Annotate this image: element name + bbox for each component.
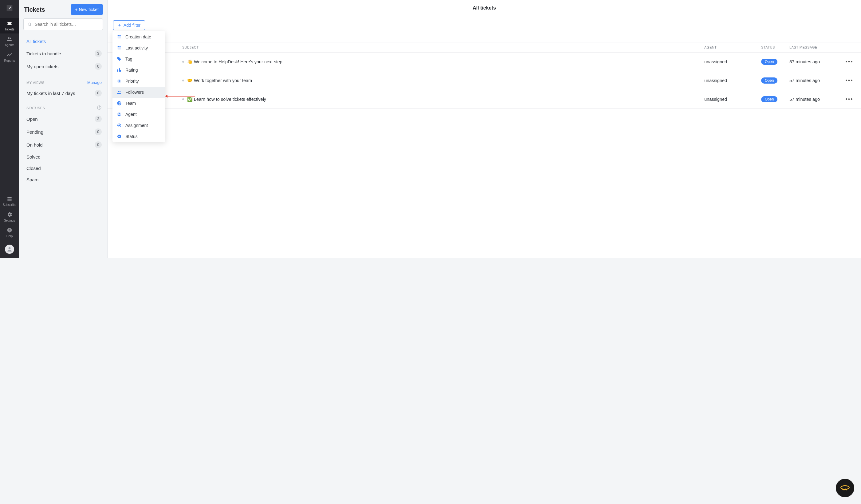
last-message-cell: 57 minutes ago [789, 97, 843, 102]
sidebar-item-label: On hold [26, 142, 43, 148]
sidebar-item-label: Pending [26, 130, 43, 135]
add-filter-button[interactable]: Add filter [113, 20, 145, 30]
svg-point-0 [8, 37, 10, 39]
svg-point-24 [120, 91, 121, 92]
filter-option-label: Last activity [125, 45, 148, 51]
col-status: STATUS [761, 45, 789, 49]
sidebar-status-item[interactable]: On hold0 [19, 138, 107, 151]
sidebar-item-all-tickets[interactable]: All tickets [19, 36, 107, 47]
count-badge: 3 [95, 115, 102, 122]
app-root: Tickets Agents Reports Subscribe Setting… [0, 0, 861, 258]
filter-option-label: Tag [125, 56, 133, 62]
plus-icon [118, 23, 121, 27]
nav-reports[interactable]: Reports [0, 49, 19, 65]
sidebar-item-label: My open tickets [26, 64, 58, 69]
search-input[interactable] [23, 18, 103, 30]
unread-dot-icon [182, 80, 184, 81]
new-ticket-button[interactable]: + New ticket [71, 4, 103, 15]
svg-rect-3 [8, 199, 11, 201]
sidebar-status-item[interactable]: Spam [19, 174, 107, 185]
table-header: REQUESTER SUBJECT AGENT STATUS LAST MESS… [108, 42, 861, 53]
sidebar-item-my-open-tickets[interactable]: My open tickets 0 [19, 60, 107, 73]
sidebar-status-item[interactable]: Closed [19, 163, 107, 174]
sidebar: Tickets + New ticket All tickets Tickets… [19, 0, 108, 258]
nav-subscribe[interactable]: Subscribe [0, 193, 19, 209]
sidebar-status-item[interactable]: Solved [19, 151, 107, 163]
sidebar-status-item[interactable]: Pending0 [19, 125, 107, 138]
svg-text:?: ? [9, 229, 10, 232]
svg-point-33 [118, 135, 121, 138]
filter-option-creation-date[interactable]: Creation date [112, 31, 165, 42]
filter-dropdown: Creation dateLast activityTagRatingPrior… [112, 31, 165, 142]
nav-tickets-label: Tickets [4, 28, 14, 31]
filter-option-priority[interactable]: Priority [112, 76, 165, 87]
svg-rect-15 [118, 35, 121, 36]
count-badge: 0 [95, 128, 102, 135]
filter-option-last-activity[interactable]: Last activity [112, 42, 165, 53]
filter-option-rating[interactable]: Rating [112, 65, 165, 76]
status-badge: Open [761, 59, 777, 65]
sidebar-header: Tickets + New ticket [19, 0, 107, 18]
sidebar-title: Tickets [24, 6, 45, 13]
nav-help-label: Help [6, 234, 13, 238]
last-message-cell: 57 minutes ago [789, 59, 843, 64]
ticket-actions-button[interactable]: ••• [843, 59, 856, 65]
search-icon [27, 22, 32, 27]
ticket-actions-button[interactable]: ••• [843, 78, 856, 84]
statuses-list: Open3Pending0On hold0SolvedClosedSpam [19, 112, 107, 185]
filter-option-followers[interactable]: Followers [112, 87, 165, 98]
sidebar-views: All tickets Tickets to handle 3 My open … [19, 34, 107, 75]
filter-option-label: Priority [125, 79, 139, 84]
count-badge: 0 [95, 141, 102, 148]
ticket-row[interactable]: ✅ Learn how to solve tickets effectively… [108, 90, 861, 109]
filter-option-label: Team [125, 101, 136, 106]
info-icon[interactable] [97, 105, 102, 111]
svg-point-32 [119, 125, 120, 126]
nav-reports-label: Reports [4, 59, 15, 63]
col-subject: SUBJECT [182, 45, 704, 49]
ticket-row[interactable]: 👋 Welcome to HelpDesk! Here's your next … [108, 53, 861, 71]
sidebar-item-label: Spam [26, 177, 38, 182]
main-title: All tickets [108, 0, 861, 16]
annotation-arrow [166, 96, 195, 96]
filter-option-assignment[interactable]: Assignment [112, 120, 165, 131]
filter-option-tag[interactable]: Tag [112, 53, 165, 65]
filter-option-agent[interactable]: Agent [112, 109, 165, 120]
nav-agents[interactable]: Agents [0, 33, 19, 49]
svg-rect-19 [118, 46, 121, 47]
user-avatar[interactable] [5, 245, 14, 254]
filter-option-label: Creation date [125, 35, 151, 39]
count-badge: 0 [95, 63, 102, 70]
ticket-actions-button[interactable]: ••• [843, 96, 856, 103]
sidebar-item-tickets-to-handle[interactable]: Tickets to handle 3 [19, 47, 107, 60]
svg-point-7 [28, 23, 30, 25]
sidebar-status-item[interactable]: Open3 [19, 112, 107, 125]
filter-option-label: Status [125, 134, 138, 139]
count-badge: 3 [95, 50, 102, 57]
svg-point-6 [9, 247, 11, 249]
my-views-heading: MY VIEWS Manage [19, 75, 107, 87]
filter-option-status[interactable]: Status [112, 131, 165, 142]
filter-bar: Add filter [108, 16, 861, 33]
nav-settings[interactable]: Settings [0, 209, 19, 224]
subject-cell: 🤝 Work together with your team [182, 78, 704, 83]
manage-link[interactable]: Manage [87, 80, 102, 85]
svg-point-23 [118, 91, 119, 92]
col-agent: AGENT [704, 45, 761, 49]
nav-help[interactable]: ? Help [0, 224, 19, 240]
col-last-message: LAST MESSAGE [789, 45, 843, 49]
status-cell: Open [761, 78, 789, 84]
sidebar-item-my-tickets-7-days[interactable]: My tickets in last 7 days 0 [19, 87, 107, 99]
nav-settings-label: Settings [4, 219, 15, 222]
ticket-count: 3 [108, 33, 861, 42]
filter-option-team[interactable]: Team [112, 98, 165, 109]
svg-point-30 [119, 113, 120, 114]
app-logo [5, 4, 14, 12]
status-cell: Open [761, 96, 789, 102]
nav-subscribe-label: Subscribe [3, 203, 16, 206]
ticket-row[interactable]: 🤝 Work together with your teamunassigned… [108, 71, 861, 90]
status-badge: Open [761, 78, 777, 84]
sidebar-item-label: Closed [26, 166, 41, 171]
nav-tickets[interactable]: Tickets [0, 18, 19, 33]
sidebar-item-label: Tickets to handle [26, 51, 61, 56]
